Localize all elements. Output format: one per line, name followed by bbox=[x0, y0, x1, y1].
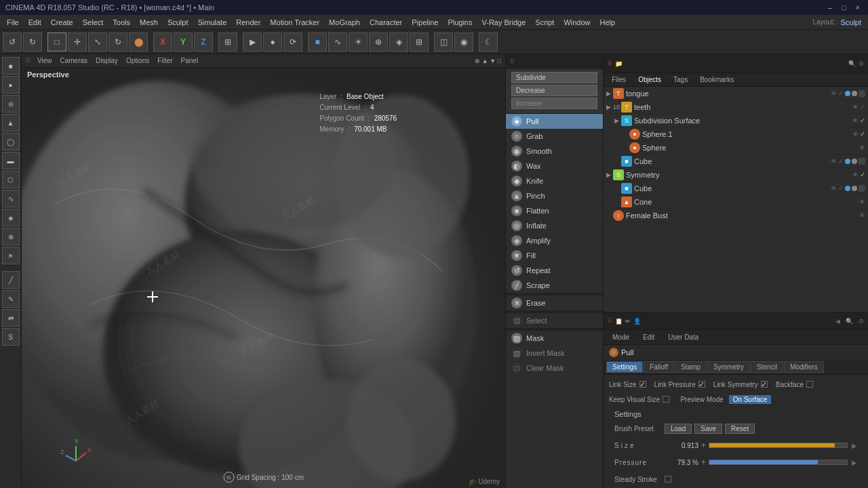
light-tool[interactable]: ☀ bbox=[349, 33, 368, 52]
sphere1-check[interactable]: ✓ bbox=[860, 130, 865, 138]
lp-sphere[interactable]: ● bbox=[2, 76, 20, 94]
vp-menu-cameras[interactable]: Cameras bbox=[59, 57, 90, 64]
lp-deformer[interactable]: ◈ bbox=[2, 209, 20, 226]
menu-motion-tracker[interactable]: Motion Tracker bbox=[266, 17, 323, 28]
props-search-icon[interactable]: 🔍 bbox=[846, 318, 853, 325]
steady-stroke-check[interactable] bbox=[665, 476, 671, 483]
loop-btn[interactable]: ⟳ bbox=[283, 33, 302, 52]
cone-vis[interactable]: 👁 bbox=[859, 199, 865, 205]
backface-check[interactable] bbox=[806, 381, 813, 388]
scale-tool[interactable]: ⤡ bbox=[88, 33, 107, 52]
viewport-canvas[interactable]: 人人素材 人人素材 人人素材 人人素材 人人素材 Perspective Lay… bbox=[22, 68, 505, 488]
pressure-arrow[interactable]: ▶ bbox=[852, 459, 857, 466]
menu-help[interactable]: Help bbox=[596, 17, 620, 28]
menu-create[interactable]: Create bbox=[47, 17, 77, 28]
tool-knife[interactable]: ◆ Knife bbox=[506, 174, 603, 188]
size-plus[interactable]: + bbox=[701, 441, 706, 450]
link-size-check[interactable]: ✓ bbox=[639, 381, 646, 388]
tool-grab[interactable]: ○ Grab bbox=[506, 129, 603, 144]
vp-menu-display[interactable]: Display bbox=[94, 57, 119, 64]
cube-sym-vis[interactable]: 👁 bbox=[831, 185, 837, 192]
teeth-vis[interactable]: 👁 bbox=[852, 104, 859, 110]
tool-amplify[interactable]: ◈ Amplify bbox=[506, 233, 603, 248]
lp-camera[interactable]: ⊕ bbox=[2, 228, 20, 245]
tab-tags[interactable]: Tags bbox=[668, 75, 693, 85]
snap-btn[interactable]: ⬤ bbox=[129, 33, 148, 52]
subdiv-check[interactable]: ✓ bbox=[860, 117, 865, 124]
vp-menu-options[interactable]: Options bbox=[125, 57, 151, 64]
props-arrow-left[interactable]: ◀ bbox=[835, 318, 840, 325]
minimize-btn[interactable]: – bbox=[825, 3, 835, 12]
mode-tab-userdata[interactable]: User Data bbox=[662, 331, 705, 343]
link-symmetry-check[interactable]: ✓ bbox=[761, 381, 768, 388]
deformer-tool[interactable]: ◈ bbox=[389, 33, 408, 52]
lp-plane[interactable]: ▬ bbox=[2, 152, 20, 169]
link-pressure-check[interactable]: ✓ bbox=[698, 381, 705, 388]
y-axis[interactable]: Y bbox=[174, 33, 193, 52]
menu-mesh[interactable]: Mesh bbox=[136, 17, 162, 28]
undo-btn[interactable]: ↺ bbox=[3, 33, 22, 52]
record-btn[interactable]: ● bbox=[263, 33, 282, 52]
layout-sculpt[interactable]: Sculpt bbox=[836, 17, 865, 28]
lp-spline[interactable]: ∿ bbox=[2, 190, 20, 207]
lp-cone[interactable]: ▲ bbox=[2, 114, 20, 131]
symmetry-check[interactable]: ✓ bbox=[860, 171, 865, 178]
menu-tools[interactable]: Tools bbox=[108, 17, 134, 28]
menu-edit[interactable]: Edit bbox=[24, 17, 45, 28]
tree-row-teeth[interactable]: ▶ 10 T teeth 👁 ✓ bbox=[604, 100, 868, 114]
menu-window[interactable]: Window bbox=[559, 17, 594, 28]
size-track[interactable] bbox=[709, 443, 848, 448]
vp-menu-filter[interactable]: Filter bbox=[156, 57, 174, 64]
menu-pipeline[interactable]: Pipeline bbox=[408, 17, 442, 28]
subdiv-vis[interactable]: 👁 bbox=[852, 117, 859, 124]
maximize-btn[interactable]: □ bbox=[839, 3, 849, 12]
tree-row-cone[interactable]: ▲ Cone 👁 bbox=[604, 195, 868, 209]
z-axis[interactable]: Z bbox=[194, 33, 213, 52]
bust-vis[interactable]: 👁 bbox=[859, 212, 865, 219]
tree-row-subdiv[interactable]: ▶ S Subdivision Surface 👁 ✓ bbox=[604, 114, 868, 127]
sp-search-icon[interactable]: 🔍 bbox=[848, 60, 856, 67]
tool-fill[interactable]: ▼ Fill bbox=[506, 248, 603, 263]
tree-row-sphere1[interactable]: ● Sphere.1 👁 ✓ bbox=[604, 127, 868, 141]
tool-wax[interactable]: ◐ Wax bbox=[506, 159, 603, 174]
window-controls[interactable]: – □ × bbox=[825, 3, 863, 12]
tree-row-tongue[interactable]: ▶ T tongue 👁 ✓ bbox=[604, 87, 868, 100]
sphere-vis[interactable]: 👁 bbox=[859, 144, 865, 151]
tool-inflate[interactable]: ◎ Inflate bbox=[506, 218, 603, 233]
symmetry-vis[interactable]: 👁 bbox=[852, 171, 859, 178]
cube-prim[interactable]: ■ bbox=[308, 33, 327, 52]
render-btn[interactable]: ◉ bbox=[454, 33, 473, 52]
render-view[interactable]: ◫ bbox=[434, 33, 453, 52]
size-arrow[interactable]: ▶ bbox=[852, 442, 857, 449]
tree-row-symmetry[interactable]: ▶ S Symmetry 👁 ✓ bbox=[604, 168, 868, 182]
camera-tool[interactable]: ⊕ bbox=[369, 33, 388, 52]
props-settings-icon[interactable]: ⚙ bbox=[859, 318, 864, 325]
tool-smooth[interactable]: ◉ Smooth bbox=[506, 144, 603, 159]
tab-objects[interactable]: Objects bbox=[633, 75, 667, 85]
vp-menu-view[interactable]: View bbox=[36, 57, 54, 64]
tongue-lock[interactable]: ✓ bbox=[838, 90, 844, 97]
menu-script[interactable]: Script bbox=[531, 17, 558, 28]
tool-mask[interactable]: ▨ Mask bbox=[506, 331, 603, 346]
play-btn[interactable]: ▶ bbox=[243, 33, 262, 52]
reset-btn[interactable]: Reset bbox=[725, 424, 755, 434]
lp-light[interactable]: ☀ bbox=[2, 247, 20, 264]
brush-tab-modifiers[interactable]: Modifiers bbox=[784, 361, 824, 373]
lp-mirror[interactable]: ⇄ bbox=[2, 309, 20, 327]
lp-cube[interactable]: ■ bbox=[2, 57, 20, 75]
tree-row-female-bust[interactable]: ♀ Female Bust 👁 bbox=[604, 209, 868, 222]
tool-scrape[interactable]: ╱ Scrape bbox=[506, 278, 603, 293]
tool-flatten[interactable]: ■ Flatten bbox=[506, 203, 603, 218]
tool-repeat[interactable]: ↺ Repeat bbox=[506, 263, 603, 278]
preview-mode-val[interactable]: On Surface bbox=[729, 395, 772, 404]
vp-menu-panel[interactable]: Panel bbox=[180, 57, 200, 64]
tool-pull[interactable]: ● Pull bbox=[506, 114, 603, 129]
tool-clear-mask[interactable]: □ Clear Mask bbox=[506, 361, 603, 375]
brush-tab-stamp[interactable]: Stamp bbox=[675, 361, 707, 373]
pressure-track[interactable] bbox=[709, 460, 848, 465]
load-btn[interactable]: Load bbox=[665, 424, 692, 434]
mode-tab-edit[interactable]: Edit bbox=[637, 331, 660, 343]
sp-filter-icon[interactable]: ⚙ bbox=[859, 60, 864, 67]
light-icon[interactable]: ☾ bbox=[479, 33, 498, 52]
lp-polygon[interactable]: ⬡ bbox=[2, 171, 20, 188]
